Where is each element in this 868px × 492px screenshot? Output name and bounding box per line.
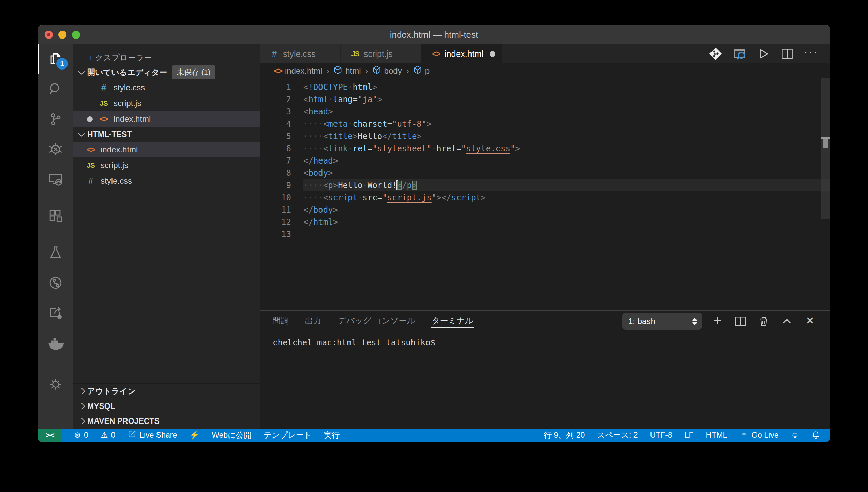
panel-tab-ターミナル[interactable]: ターミナル	[431, 313, 474, 328]
terminal-controls: 1: bash +	[622, 313, 818, 330]
file-tree-item[interactable]: #style.css	[73, 173, 260, 189]
status-item[interactable]: ⚠0	[101, 430, 115, 440]
breadcrumb-item[interactable]: <>index.html	[274, 66, 322, 76]
status-item[interactable]: 実行	[324, 430, 340, 441]
activity-source-control[interactable]	[38, 104, 73, 134]
status-item[interactable]: Go Live	[739, 430, 778, 441]
open-editor-item[interactable]: #style.css	[73, 80, 260, 95]
open-editor-item[interactable]: <>index.html	[73, 111, 260, 127]
code-editor[interactable]: 1<!DOCTYPE·html>2<html·lang="ja">3<head>…	[260, 78, 830, 310]
status-item[interactable]: ⊗0	[74, 430, 88, 440]
code-token: link	[328, 144, 348, 153]
run-button[interactable]	[756, 46, 771, 61]
status-item[interactable]: ⚡	[189, 430, 199, 440]
code-line[interactable]: 11</body>	[260, 204, 830, 216]
tab-script.js[interactable]: JSscript.js	[341, 44, 421, 63]
breadcrumb-item[interactable]: body	[372, 65, 402, 76]
sidebar-section-mysql[interactable]: MYSQL	[73, 399, 260, 414]
activity-remote-explorer[interactable]	[38, 164, 73, 194]
status-item[interactable]: スペース: 2	[597, 430, 638, 441]
line-content: <html·lang="ja">	[303, 93, 830, 106]
code-line[interactable]: 8<body>	[260, 167, 830, 179]
errors-icon: ⊗	[74, 430, 81, 440]
split-terminal-button[interactable]	[733, 313, 748, 329]
activity-settings[interactable]	[38, 369, 73, 399]
code-token: p	[328, 181, 333, 190]
open-editors-header[interactable]: 開いているエディター 未保存 (1)	[73, 65, 260, 80]
remote-indicator[interactable]: ><	[38, 429, 62, 442]
open-preview-button[interactable]	[732, 46, 747, 61]
activity-debug[interactable]	[38, 134, 73, 164]
panel-tab-デバッグ コンソール[interactable]: デバッグ コンソール	[337, 313, 416, 328]
activity-gitlens[interactable]	[38, 268, 73, 298]
status-item[interactable]: HTML	[706, 431, 728, 440]
status-item[interactable]: 行 9、列 20	[544, 430, 585, 441]
explorer-badge: 1	[56, 58, 68, 70]
status-item[interactable]: ☺	[791, 430, 799, 440]
status-item[interactable]	[811, 430, 820, 441]
code-token: =	[387, 119, 392, 129]
code-token: script	[451, 193, 481, 202]
editor-scrollbar[interactable]	[821, 78, 830, 219]
line-number: 13	[260, 228, 303, 241]
code-token: >	[417, 132, 421, 141]
status-item[interactable]: テンプレート	[264, 430, 312, 441]
tab-style.css[interactable]: #style.css	[260, 44, 341, 63]
plus-icon: +	[713, 313, 722, 330]
panel-tab-出力[interactable]: 出力	[304, 313, 323, 328]
code-line[interactable]: 7</head>	[260, 155, 830, 167]
activity-docker[interactable]	[38, 328, 73, 358]
line-content: ····<script·src="script.js"></script>	[303, 191, 830, 204]
code-line[interactable]: 2<html·lang="ja">	[260, 93, 830, 106]
code-line[interactable]: 6····<link·rel="stylesheet"·href="style.…	[260, 142, 830, 155]
activity-live-share[interactable]	[38, 298, 73, 328]
panel-tab-問題[interactable]: 問題	[271, 313, 290, 328]
activity-test-beaker[interactable]	[38, 238, 73, 268]
terminal-output[interactable]: chelchel-mac:html-test tatsuhiko$	[260, 332, 830, 429]
dirty-dot-icon[interactable]	[490, 51, 495, 57]
minimize-window-button[interactable]	[58, 31, 66, 39]
status-item[interactable]: UTF-8	[650, 431, 672, 440]
file-name: script.js	[114, 98, 141, 108]
share-icon	[48, 305, 63, 321]
file-tree-item[interactable]: <>index.html	[73, 142, 260, 157]
activity-search[interactable]	[38, 74, 73, 104]
file-tree-item[interactable]: JSscript.js	[73, 157, 260, 173]
breadcrumb-item[interactable]: p	[413, 65, 430, 76]
status-text: 行 9、列 20	[544, 430, 585, 441]
more-actions-button[interactable]: ···	[804, 46, 819, 61]
activity-explorer[interactable]: 1	[38, 44, 73, 74]
folder-header[interactable]: HTML-TEST	[73, 127, 260, 142]
new-terminal-button[interactable]: +	[709, 313, 725, 329]
close-panel-button[interactable]: ×	[802, 313, 818, 329]
code-line[interactable]: 10····<script·src="script.js"></script>	[260, 191, 830, 204]
close-window-button[interactable]	[45, 31, 53, 39]
code-line[interactable]: 4····<meta·charset="utf-8">	[260, 118, 830, 130]
zoom-window-button[interactable]	[72, 31, 80, 39]
breadcrumb-item[interactable]: html	[333, 65, 361, 76]
code-line[interactable]: 3<head>	[260, 106, 830, 118]
dirty-dot-icon	[87, 111, 98, 127]
code-line[interactable]: 9····<p>Hello·World!</p>	[260, 179, 830, 191]
line-number: 8	[260, 167, 303, 179]
sidebar-section-アウトライン[interactable]: アウトライン	[73, 384, 260, 399]
code-token: <	[323, 193, 328, 202]
code-line[interactable]: 1<!DOCTYPE·html>	[260, 81, 830, 93]
tab-index.html[interactable]: <>index.html	[421, 44, 502, 63]
open-editor-item[interactable]: JSscript.js	[73, 95, 260, 111]
file-name: style.css	[101, 176, 132, 186]
status-item[interactable]: Webに公開	[212, 430, 251, 441]
activity-extensions[interactable]	[38, 201, 73, 231]
split-editor-button[interactable]	[780, 46, 795, 61]
code-line[interactable]: 5····<title>Hello</title>	[260, 130, 830, 142]
status-item[interactable]: LF	[685, 431, 694, 440]
status-item[interactable]: Live Share	[128, 430, 177, 441]
sidebar-section-maven-projects[interactable]: MAVEN PROJECTS	[73, 414, 260, 429]
git-button[interactable]	[708, 46, 723, 61]
terminal-select[interactable]: 1: bash	[622, 313, 702, 330]
maximize-panel-button[interactable]	[779, 313, 795, 329]
kill-terminal-button[interactable]	[756, 313, 772, 329]
code-line[interactable]: 13	[260, 228, 830, 241]
code-line[interactable]: 12</html>	[260, 216, 830, 228]
overview-ruler-cursor-mark	[823, 139, 828, 148]
